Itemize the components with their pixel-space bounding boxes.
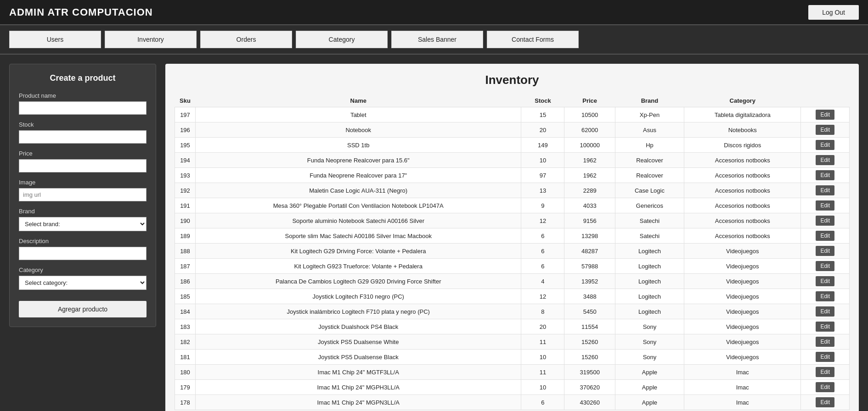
stock-cell: 6 [521,244,564,259]
image-group: Image [19,179,147,201]
edit-button[interactable]: Edit [816,246,834,256]
brand-cell: Case Logic [615,183,684,198]
category-cell: Accesorios notbooks [684,198,800,213]
category-cell: Videojuegos [684,259,800,274]
edit-button[interactable]: Edit [816,337,834,347]
edit-cell: Edit [801,213,850,228]
nav-btn-sales-banner[interactable]: Sales Banner [391,31,483,48]
category-cell: Videojuegos [684,289,800,304]
category-cell: Accesorios notbooks [684,228,800,244]
edit-button[interactable]: Edit [816,322,834,332]
edit-button[interactable]: Edit [816,200,834,211]
brand-cell: Hp [615,138,684,153]
table-row: 189Soporte slim Mac Satechi A00186 Silve… [175,228,850,244]
price-cell: 1962 [564,168,615,183]
product-name-input[interactable] [19,101,147,115]
table-body: 197Tablet1510500Xp-PenTableta digitaliza… [175,107,850,410]
edit-cell: Edit [801,122,850,138]
edit-button[interactable]: Edit [816,291,834,301]
edit-cell: Edit [801,365,850,380]
edit-button[interactable]: Edit [816,185,834,195]
price-cell: 10500 [564,107,615,122]
edit-button[interactable]: Edit [816,110,834,120]
edit-button[interactable]: Edit [816,140,834,150]
name-cell: Funda Neoprene Realcover para 17" [196,168,521,183]
brand-cell: Sony [615,334,684,350]
edit-button[interactable]: Edit [816,306,834,317]
stock-cell: 10 [521,380,564,395]
category-select[interactable]: Select category: [19,276,147,290]
nav-btn-contact-forms[interactable]: Contact Forms [487,31,579,48]
edit-button[interactable]: Edit [816,216,834,226]
stock-cell: 20 [521,319,564,334]
edit-cell: Edit [801,289,850,304]
price-cell: 11554 [564,319,615,334]
add-product-button[interactable]: Agregar producto [19,301,147,317]
brand-cell: Sony [615,350,684,365]
form-title: Create a product [19,73,147,83]
edit-button[interactable]: Edit [816,397,834,407]
edit-button[interactable]: Edit [816,261,834,271]
stock-input[interactable] [19,130,147,144]
stock-cell: 12 [521,213,564,228]
table-row: 187Kit Logitech G923 Trueforce: Volante … [175,259,850,274]
sku-cell: 194 [175,153,196,168]
name-cell: Kit Logitech G923 Trueforce: Volante + P… [196,259,521,274]
sku-cell: 197 [175,107,196,122]
price-cell: 370620 [564,380,615,395]
name-cell: Funda Neoprene Realcover para 15.6" [196,153,521,168]
name-cell: Soporte aluminio Notebook Satechi A00166… [196,213,521,228]
category-cell: Videojuegos [684,319,800,334]
sku-cell: 189 [175,228,196,244]
logout-button[interactable]: Log Out [808,5,859,20]
category-cell: Notebooks [684,122,800,138]
main-content: Create a product Product name Stock Pric… [0,55,868,411]
table-row: 190Soporte aluminio Notebook Satechi A00… [175,213,850,228]
stock-cell: 20 [521,122,564,138]
edit-button[interactable]: Edit [816,382,834,392]
stock-cell: 4 [521,274,564,289]
edit-button[interactable]: Edit [816,276,834,286]
edit-cell: Edit [801,395,850,410]
category-cell: Accesorios notbooks [684,213,800,228]
col-header-name: Name [196,94,521,107]
edit-button[interactable]: Edit [816,170,834,180]
category-cell: Accesorios notbooks [684,168,800,183]
inventory-title: Inventory [175,73,850,87]
brand-select[interactable]: Select brand: [19,217,147,231]
image-input[interactable] [19,188,147,201]
price-group: Price [19,150,147,172]
category-form-label: Category [19,267,147,273]
sku-cell: 191 [175,198,196,213]
edit-button[interactable]: Edit [816,367,834,377]
name-cell: Tablet [196,107,521,122]
brand-cell: Logitech [615,259,684,274]
image-label: Image [19,179,147,186]
name-cell: Imac M1 Chip 24" MGPN3LL/A [196,395,521,410]
stock-cell: 6 [521,259,564,274]
edit-button[interactable]: Edit [816,125,834,135]
nav-btn-users[interactable]: Users [9,31,101,48]
edit-button[interactable]: Edit [816,231,834,241]
brand-group: Brand Select brand: [19,208,147,231]
table-row: 183Joystick Dualshock PS4 Black2011554So… [175,319,850,334]
nav-btn-inventory[interactable]: Inventory [105,31,197,48]
edit-cell: Edit [801,304,850,319]
edit-button[interactable]: Edit [816,352,834,362]
edit-cell: Edit [801,244,850,259]
price-input[interactable] [19,159,147,172]
edit-button[interactable]: Edit [816,155,834,165]
col-header-category: Category [684,94,800,107]
category-cell: Videojuegos [684,274,800,289]
description-input[interactable] [19,247,147,260]
table-row: 184Joystick inalámbrico Logitech F710 pl… [175,304,850,319]
price-cell: 1962 [564,153,615,168]
nav-btn-category[interactable]: Category [296,31,388,48]
price-cell: 2289 [564,183,615,198]
nav-btn-orders[interactable]: Orders [200,31,292,48]
category-cell: Imac [684,380,800,395]
sku-cell: 196 [175,122,196,138]
category-cell: Videojuegos [684,304,800,319]
sku-cell: 185 [175,289,196,304]
table-row: 197Tablet1510500Xp-PenTableta digitaliza… [175,107,850,122]
